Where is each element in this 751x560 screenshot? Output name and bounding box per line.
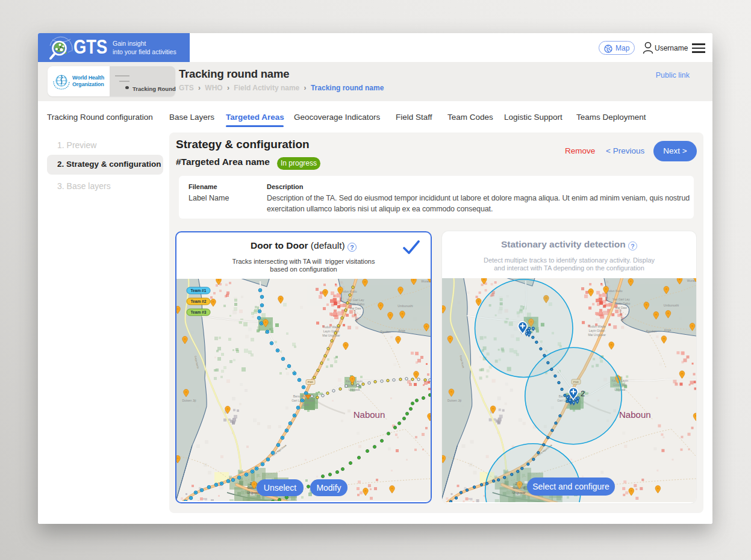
svg-text:Umbunushi: Umbunushi	[664, 303, 679, 307]
svg-text:Layin Gidan: Layin Gidan	[589, 329, 605, 332]
svg-text:Ariga: Ariga	[398, 329, 405, 332]
svg-text:Pandan: Pandan	[646, 329, 656, 333]
svg-text:Mai Unguwar: Mai Unguwar	[588, 333, 606, 337]
svg-text:Ariga: Ariga	[664, 328, 672, 332]
svg-text:Yan Gari Lay: Yan Gari Lay	[347, 298, 364, 302]
svg-text:Sarki: Sarki	[302, 403, 309, 406]
svg-text:Mai Unguwar: Mai Unguwar	[322, 334, 340, 337]
svg-text:Gada Gabo: Gada Gabo	[614, 302, 630, 305]
svg-text:Team #3: Team #3	[191, 310, 207, 314]
svg-text:Dutsen Jiji: Dutsen Jiji	[182, 399, 196, 402]
svg-text:Tudun Wada: Tudun Wada	[588, 325, 605, 328]
svg-text:Yan Gari Lay: Yan Gari Lay	[612, 297, 630, 301]
svg-text:Dutsen Jiji: Dutsen Jiji	[447, 399, 461, 402]
svg-text:Naboun: Naboun	[619, 409, 651, 420]
svg-text:Naboun: Naboun	[354, 409, 385, 420]
svg-text:Umbunushi: Umbunushi	[397, 304, 413, 308]
svg-text:2: 2	[581, 389, 585, 398]
svg-text:Gada Gabo: Gada Gabo	[349, 302, 364, 306]
svg-text:Team #1: Team #1	[191, 288, 207, 293]
svg-text:F101: F101	[308, 381, 314, 384]
svg-text:Pandan: Pandan	[380, 330, 390, 334]
svg-text:Layin Gidan: Layin Gidan	[323, 329, 340, 333]
svg-text:Unguwa: Unguwa	[349, 388, 360, 391]
svg-text:Team #2: Team #2	[191, 299, 207, 303]
